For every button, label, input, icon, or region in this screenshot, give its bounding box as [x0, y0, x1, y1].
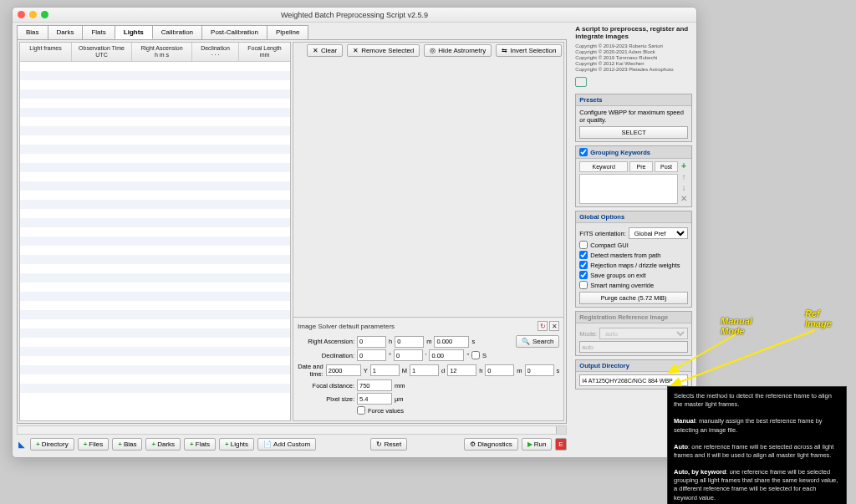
col-dec[interactable]: Declination · · · — [192, 43, 239, 61]
output-directory-header: Output Directory — [576, 360, 691, 372]
force-values-checkbox[interactable] — [357, 406, 365, 415]
grouping-keywords-checkbox[interactable] — [579, 148, 588, 156]
global-options-panel: Global Options FITS orientation:Global P… — [575, 211, 692, 308]
ra-h-input[interactable] — [357, 336, 386, 348]
ps-input[interactable] — [357, 393, 392, 405]
kw-col-keyword[interactable]: Keyword — [579, 161, 628, 172]
compact-gui-checkbox[interactable] — [579, 241, 588, 249]
purge-cache-button[interactable]: Purge cache (5.72 MiB) — [579, 292, 688, 304]
tab-post-calibration[interactable]: Post-Calibration — [201, 25, 268, 39]
kw-add-icon[interactable]: + — [680, 161, 688, 170]
x-icon: ✕ — [353, 47, 359, 54]
tab-bias[interactable]: Bias — [17, 25, 48, 39]
tab-lights[interactable]: Lights — [115, 25, 153, 39]
detect-masters-checkbox[interactable] — [579, 251, 588, 259]
add-bias-button[interactable]: +Bias — [112, 438, 142, 451]
col-obstime[interactable]: Observation Time UTC — [72, 43, 132, 61]
exit-button[interactable]: E — [555, 438, 567, 451]
horizontal-scrollbar[interactable] — [17, 425, 567, 435]
add-darks-button[interactable]: +Darks — [145, 438, 181, 451]
dt-s-input[interactable] — [525, 364, 554, 376]
tab-darks[interactable]: Darks — [48, 25, 84, 39]
zoom-icon[interactable] — [41, 11, 48, 18]
mode-label: Mode: — [579, 330, 597, 338]
solver-close-icon[interactable]: ✕ — [549, 321, 559, 331]
chat-icon[interactable] — [575, 77, 587, 87]
fl-input[interactable] — [357, 379, 392, 391]
gear-icon: ⚙ — [470, 440, 476, 448]
save-groups-checkbox[interactable] — [579, 271, 588, 279]
detail-pane: ✕Clear ✕Remove Selected ◎Hide Astrometry… — [293, 42, 564, 421]
kw-remove-icon[interactable]: ✕ — [680, 194, 688, 202]
col-lightframes[interactable]: Light frames — [20, 43, 72, 61]
search-icon: 🔍 — [522, 338, 530, 345]
rejection-maps-checkbox[interactable] — [579, 261, 588, 269]
kw-up-icon[interactable]: ↑ — [680, 172, 688, 181]
output-directory-input[interactable] — [579, 374, 688, 386]
registration-reference-panel: Registration Reference Image Mode:auto — [575, 311, 692, 356]
dt-d-input[interactable] — [410, 364, 439, 376]
close-icon[interactable] — [18, 11, 25, 18]
x-icon: ✕ — [313, 47, 318, 54]
global-options-header: Global Options — [576, 211, 691, 223]
mode-tooltip: Selects the method to detect the referen… — [667, 386, 847, 504]
invert-selection-button[interactable]: ⇆Invert Selection — [496, 44, 562, 57]
ra-m-input[interactable] — [395, 336, 424, 348]
remove-selected-button[interactable]: ✕Remove Selected — [347, 44, 420, 57]
add-custom-button[interactable]: 📄Add Custom — [257, 438, 316, 451]
run-button[interactable]: ▶Run — [522, 438, 553, 451]
search-button[interactable]: 🔍Search — [516, 335, 559, 348]
ra-label: Right Ascension: — [298, 338, 354, 345]
add-flats-button[interactable]: +Flats — [184, 438, 216, 451]
eye-icon: ◎ — [430, 47, 436, 54]
presets-select-button[interactable]: SELECT — [579, 126, 688, 139]
tab-pipeline[interactable]: Pipeline — [267, 25, 308, 39]
play-icon: ▶ — [527, 440, 532, 448]
dec-m-input[interactable] — [394, 349, 423, 361]
ra-s-input[interactable] — [434, 336, 469, 348]
kw-down-icon[interactable]: ↓ — [680, 183, 688, 191]
dt-M-input[interactable] — [370, 364, 400, 376]
add-lights-button[interactable]: +Lights — [219, 438, 254, 451]
diagnostics-button[interactable]: ⚙Diagnostics — [464, 438, 517, 451]
minimize-icon[interactable] — [29, 11, 37, 18]
table-row[interactable] — [20, 62, 290, 71]
smart-naming-checkbox[interactable] — [579, 281, 588, 289]
plus-icon: + — [190, 440, 194, 448]
hide-astrometry-button[interactable]: ◎Hide Astrometry — [424, 44, 492, 57]
col-fl[interactable]: Focal Length mm — [239, 43, 290, 61]
grouping-keywords-panel: Grouping Keywords Keyword Pre Post — [575, 145, 692, 207]
fits-orientation-select[interactable]: Global Pref — [629, 227, 688, 239]
tab-calibration[interactable]: Calibration — [152, 25, 202, 39]
plus-icon: + — [151, 440, 155, 448]
doc-icon: 📄 — [263, 440, 272, 448]
app-window: Weighted Batch Preprocessing Script v2.5… — [12, 7, 697, 458]
force-values-label: Force values — [368, 407, 404, 415]
tab-bar: Bias Darks Flats Lights Calibration Post… — [17, 25, 567, 39]
copyright-text: Copyright © 2019-2023 Roberto Sartori Co… — [575, 43, 692, 72]
dec-south-checkbox[interactable] — [471, 351, 480, 359]
reset-button[interactable]: ↻Reset — [370, 438, 407, 451]
dt-m2-input[interactable] — [485, 364, 514, 376]
registration-reference-header: Registration Reference Image — [576, 312, 691, 323]
reference-input[interactable] — [579, 341, 688, 353]
keyword-list[interactable] — [579, 174, 678, 204]
dt-h-input[interactable] — [447, 364, 476, 376]
add-directory-button[interactable]: +Directory — [30, 438, 74, 451]
tab-flats[interactable]: Flats — [82, 25, 115, 39]
footer-bar: ◣ +Directory +Files +Bias +Darks +Flats … — [13, 435, 571, 454]
dec-d-input[interactable] — [357, 349, 386, 361]
solver-title: Image Solver default parameters — [298, 323, 395, 330]
plus-icon: + — [225, 440, 229, 448]
frames-table-body[interactable] — [20, 62, 290, 420]
dec-s-input[interactable] — [429, 349, 464, 361]
kw-col-pre[interactable]: Pre — [629, 161, 653, 172]
kw-col-post[interactable]: Post — [655, 161, 678, 172]
solver-refresh-icon[interactable]: ↻ — [538, 321, 548, 331]
add-files-button[interactable]: +Files — [78, 438, 110, 451]
collapse-icon[interactable]: ◣ — [17, 440, 27, 450]
col-ra[interactable]: Right Ascension h m s — [132, 43, 192, 61]
clear-button[interactable]: ✕Clear — [307, 44, 343, 57]
mode-select[interactable]: auto — [599, 328, 688, 339]
dt-y-input[interactable] — [326, 364, 361, 376]
